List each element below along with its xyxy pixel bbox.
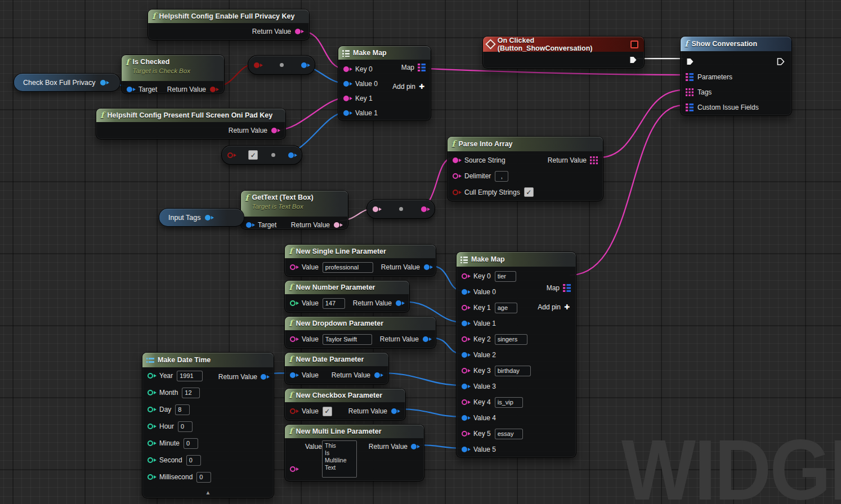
node-header[interactable]: Make Date Time xyxy=(142,353,274,367)
value0-pin[interactable] xyxy=(343,81,349,87)
minute-pin[interactable] xyxy=(147,440,153,446)
value-pin[interactable] xyxy=(290,264,296,270)
key4-input[interactable] xyxy=(495,397,523,408)
delegate-pin-icon[interactable] xyxy=(630,40,638,48)
bool-input-pin[interactable] xyxy=(254,62,260,68)
exec-output-pin[interactable] xyxy=(776,57,785,66)
exec-output-pin[interactable] xyxy=(629,56,638,64)
millisecond-pin[interactable] xyxy=(147,474,153,480)
return-value-pin[interactable] xyxy=(210,87,216,92)
output-pin[interactable] xyxy=(288,152,294,158)
variable-output-pin[interactable] xyxy=(205,215,211,220)
wire-parsearray-to-tags[interactable] xyxy=(599,90,683,158)
delimiter-pin[interactable] xyxy=(453,173,458,179)
wire-makemap1-to-parameters[interactable] xyxy=(428,69,683,75)
map-pin-icon[interactable] xyxy=(686,73,694,81)
node-new-checkbox-parameter[interactable]: f New Checkbox Parameter Value ✓ Return … xyxy=(284,388,406,421)
node-make-date-time[interactable]: Make Date Time Year Month Day Hour xyxy=(142,352,274,498)
value-pin[interactable] xyxy=(290,408,296,414)
node-on-clicked-event[interactable]: On Clicked (Button_ShowConversation) xyxy=(482,36,645,69)
value2-pin[interactable] xyxy=(462,352,467,358)
minute-input[interactable] xyxy=(184,438,198,449)
node-header[interactable]: f Helpshift Config Enable Full Privacy K… xyxy=(148,10,309,23)
hour-input[interactable] xyxy=(178,421,193,432)
key0-pin[interactable] xyxy=(462,273,467,279)
value1-pin[interactable] xyxy=(343,110,349,116)
node-present-full-screen-key[interactable]: f Helpshift Config Present Full Screen O… xyxy=(96,108,286,140)
delimiter-input[interactable] xyxy=(495,171,508,182)
key5-pin[interactable] xyxy=(462,431,467,436)
return-value-pin[interactable] xyxy=(396,300,401,306)
node-parse-into-array[interactable]: f Parse Into Array Source String Delimit… xyxy=(447,136,603,201)
key1-pin[interactable] xyxy=(343,96,349,101)
node-header[interactable]: f Parse Into Array xyxy=(448,137,603,151)
month-pin[interactable] xyxy=(147,390,153,395)
millisecond-input[interactable] xyxy=(196,472,211,483)
node-show-conversation[interactable]: f Show Conversation Parameters xyxy=(680,36,792,116)
add-pin-button[interactable]: Add pin ✚ xyxy=(538,303,570,311)
map-output[interactable]: Map xyxy=(401,64,426,71)
node-new-multi-line-parameter[interactable]: f New Multi Line Parameter Value This Is… xyxy=(284,424,424,482)
return-value-pin[interactable] xyxy=(423,336,428,342)
checkbox-checked-icon[interactable]: ✓ xyxy=(323,407,332,416)
text-input-pin[interactable] xyxy=(373,206,378,212)
value4-pin[interactable] xyxy=(462,415,467,421)
array-pin-icon[interactable] xyxy=(686,88,694,96)
key2-pin[interactable] xyxy=(462,336,467,342)
return-value-output[interactable]: Return Value xyxy=(548,156,598,164)
value0-pin[interactable] xyxy=(462,289,467,295)
value-input[interactable] xyxy=(323,298,345,309)
target-pin[interactable] xyxy=(246,222,252,228)
node-new-dropdown-parameter[interactable]: f New Dropdown Parameter Value Return Va… xyxy=(284,316,436,349)
key0-input[interactable] xyxy=(495,271,516,282)
day-input[interactable] xyxy=(175,404,190,415)
node-header[interactable]: f New Multi Line Parameter xyxy=(285,425,424,438)
hour-pin[interactable] xyxy=(147,424,153,429)
map-pin-icon[interactable] xyxy=(563,284,571,292)
node-header[interactable]: f Is Checked Target is Check Box xyxy=(122,55,224,81)
return-value-pin[interactable] xyxy=(334,222,339,228)
value-input[interactable] xyxy=(323,334,372,345)
map-pin-icon[interactable] xyxy=(686,104,694,111)
variable-check-box-full-privacy[interactable]: Check Box Full Privacy xyxy=(14,73,120,92)
return-value-pin[interactable] xyxy=(271,128,277,133)
checkbox-checked-icon[interactable]: ✓ xyxy=(248,150,258,160)
key0-pin[interactable] xyxy=(343,66,349,72)
source-string-pin[interactable] xyxy=(453,158,458,163)
key1-input[interactable] xyxy=(495,303,517,313)
month-input[interactable] xyxy=(182,388,200,398)
key5-input[interactable] xyxy=(495,429,523,439)
node-header[interactable]: f New Single Line Parameter xyxy=(285,245,436,258)
node-header[interactable]: Make Map xyxy=(338,46,431,60)
map-pin-icon[interactable] xyxy=(418,64,426,71)
node-header[interactable]: f New Checkbox Parameter xyxy=(285,389,405,402)
array-pin-icon[interactable] xyxy=(590,156,598,164)
node-gettext-text-box[interactable]: f GetText (Text Box) Target is Text Box … xyxy=(240,190,348,230)
string-output-pin[interactable] xyxy=(421,206,427,212)
wire-date-to-value3[interactable] xyxy=(382,373,463,385)
variable-input-tags[interactable]: Input Tags xyxy=(159,208,244,227)
target-pin[interactable] xyxy=(127,87,132,92)
value5-pin[interactable] xyxy=(462,447,467,452)
variable-output-pin[interactable] xyxy=(100,80,106,86)
return-value-pin[interactable] xyxy=(261,374,266,380)
value-pin[interactable] xyxy=(290,372,296,378)
value1-pin[interactable] xyxy=(462,321,467,326)
value-textarea[interactable]: This Is Multiline Text xyxy=(322,440,357,478)
second-pin[interactable] xyxy=(147,457,153,463)
node-new-date-parameter[interactable]: f New Date Parameter Value Return Value xyxy=(284,352,389,385)
node-header[interactable]: f GetText (Text Box) Target is Text Box xyxy=(241,191,348,217)
node-make-map-1[interactable]: Make Map Key 0 Value 0 Key 1 Value 1 Map… xyxy=(338,46,431,121)
node-header[interactable]: f New Dropdown Parameter xyxy=(285,317,436,330)
value-pin[interactable] xyxy=(290,300,296,306)
key2-input[interactable] xyxy=(495,334,527,345)
node-is-checked[interactable]: f Is Checked Target is Check Box Target … xyxy=(121,55,225,94)
node-header[interactable]: On Clicked (Button_ShowConversation) xyxy=(483,37,644,52)
return-value-pin[interactable] xyxy=(411,444,417,449)
return-value-pin[interactable] xyxy=(374,372,380,378)
conversion-node-text-to-string[interactable] xyxy=(366,199,435,219)
exec-input-pin[interactable] xyxy=(686,57,695,66)
second-input[interactable] xyxy=(186,455,201,466)
node-enable-full-privacy-key[interactable]: f Helpshift Config Enable Full Privacy K… xyxy=(147,9,310,40)
map-output[interactable]: Map xyxy=(547,284,571,292)
